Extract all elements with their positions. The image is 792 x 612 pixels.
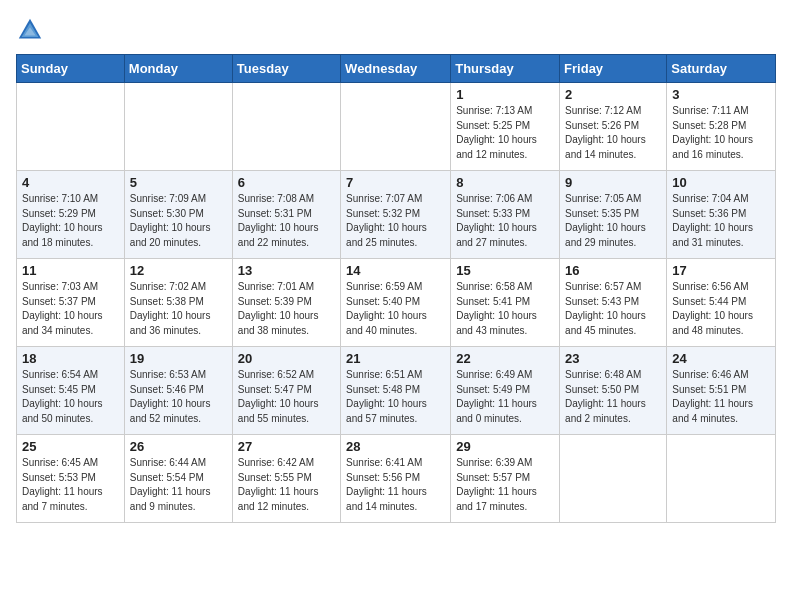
day-number: 21 — [346, 351, 445, 366]
week-row-1: 4Sunrise: 7:10 AM Sunset: 5:29 PM Daylig… — [17, 171, 776, 259]
day-info: Sunrise: 6:42 AM Sunset: 5:55 PM Dayligh… — [238, 456, 335, 514]
day-info: Sunrise: 6:52 AM Sunset: 5:47 PM Dayligh… — [238, 368, 335, 426]
day-cell — [124, 83, 232, 171]
day-info: Sunrise: 7:13 AM Sunset: 5:25 PM Dayligh… — [456, 104, 554, 162]
day-info: Sunrise: 6:48 AM Sunset: 5:50 PM Dayligh… — [565, 368, 661, 426]
day-info: Sunrise: 6:59 AM Sunset: 5:40 PM Dayligh… — [346, 280, 445, 338]
day-cell: 15Sunrise: 6:58 AM Sunset: 5:41 PM Dayli… — [451, 259, 560, 347]
day-number: 26 — [130, 439, 227, 454]
day-number: 16 — [565, 263, 661, 278]
day-info: Sunrise: 7:09 AM Sunset: 5:30 PM Dayligh… — [130, 192, 227, 250]
day-number: 29 — [456, 439, 554, 454]
day-cell: 20Sunrise: 6:52 AM Sunset: 5:47 PM Dayli… — [232, 347, 340, 435]
week-row-2: 11Sunrise: 7:03 AM Sunset: 5:37 PM Dayli… — [17, 259, 776, 347]
day-number: 28 — [346, 439, 445, 454]
day-cell: 26Sunrise: 6:44 AM Sunset: 5:54 PM Dayli… — [124, 435, 232, 523]
header-row: SundayMondayTuesdayWednesdayThursdayFrid… — [17, 55, 776, 83]
day-info: Sunrise: 7:11 AM Sunset: 5:28 PM Dayligh… — [672, 104, 770, 162]
day-cell — [667, 435, 776, 523]
day-number: 23 — [565, 351, 661, 366]
day-info: Sunrise: 6:57 AM Sunset: 5:43 PM Dayligh… — [565, 280, 661, 338]
day-info: Sunrise: 7:02 AM Sunset: 5:38 PM Dayligh… — [130, 280, 227, 338]
calendar-header: SundayMondayTuesdayWednesdayThursdayFrid… — [17, 55, 776, 83]
header-day-thursday: Thursday — [451, 55, 560, 83]
day-number: 9 — [565, 175, 661, 190]
day-number: 7 — [346, 175, 445, 190]
day-info: Sunrise: 6:49 AM Sunset: 5:49 PM Dayligh… — [456, 368, 554, 426]
day-cell: 13Sunrise: 7:01 AM Sunset: 5:39 PM Dayli… — [232, 259, 340, 347]
day-number: 3 — [672, 87, 770, 102]
day-cell: 11Sunrise: 7:03 AM Sunset: 5:37 PM Dayli… — [17, 259, 125, 347]
day-cell: 5Sunrise: 7:09 AM Sunset: 5:30 PM Daylig… — [124, 171, 232, 259]
day-cell — [560, 435, 667, 523]
day-cell: 1Sunrise: 7:13 AM Sunset: 5:25 PM Daylig… — [451, 83, 560, 171]
day-info: Sunrise: 7:05 AM Sunset: 5:35 PM Dayligh… — [565, 192, 661, 250]
day-number: 24 — [672, 351, 770, 366]
calendar-body: 1Sunrise: 7:13 AM Sunset: 5:25 PM Daylig… — [17, 83, 776, 523]
header-day-saturday: Saturday — [667, 55, 776, 83]
day-info: Sunrise: 7:01 AM Sunset: 5:39 PM Dayligh… — [238, 280, 335, 338]
day-info: Sunrise: 7:07 AM Sunset: 5:32 PM Dayligh… — [346, 192, 445, 250]
day-cell: 21Sunrise: 6:51 AM Sunset: 5:48 PM Dayli… — [341, 347, 451, 435]
day-cell: 14Sunrise: 6:59 AM Sunset: 5:40 PM Dayli… — [341, 259, 451, 347]
header — [16, 16, 776, 44]
header-day-sunday: Sunday — [17, 55, 125, 83]
day-number: 17 — [672, 263, 770, 278]
header-day-wednesday: Wednesday — [341, 55, 451, 83]
day-cell: 23Sunrise: 6:48 AM Sunset: 5:50 PM Dayli… — [560, 347, 667, 435]
day-info: Sunrise: 6:41 AM Sunset: 5:56 PM Dayligh… — [346, 456, 445, 514]
day-cell: 7Sunrise: 7:07 AM Sunset: 5:32 PM Daylig… — [341, 171, 451, 259]
day-info: Sunrise: 7:04 AM Sunset: 5:36 PM Dayligh… — [672, 192, 770, 250]
day-cell — [17, 83, 125, 171]
day-info: Sunrise: 6:44 AM Sunset: 5:54 PM Dayligh… — [130, 456, 227, 514]
day-info: Sunrise: 6:54 AM Sunset: 5:45 PM Dayligh… — [22, 368, 119, 426]
header-day-tuesday: Tuesday — [232, 55, 340, 83]
day-number: 20 — [238, 351, 335, 366]
day-number: 15 — [456, 263, 554, 278]
day-number: 2 — [565, 87, 661, 102]
day-cell: 12Sunrise: 7:02 AM Sunset: 5:38 PM Dayli… — [124, 259, 232, 347]
day-number: 5 — [130, 175, 227, 190]
day-cell — [232, 83, 340, 171]
day-cell — [341, 83, 451, 171]
day-info: Sunrise: 7:12 AM Sunset: 5:26 PM Dayligh… — [565, 104, 661, 162]
day-cell: 22Sunrise: 6:49 AM Sunset: 5:49 PM Dayli… — [451, 347, 560, 435]
day-number: 14 — [346, 263, 445, 278]
day-cell: 9Sunrise: 7:05 AM Sunset: 5:35 PM Daylig… — [560, 171, 667, 259]
day-info: Sunrise: 6:58 AM Sunset: 5:41 PM Dayligh… — [456, 280, 554, 338]
day-info: Sunrise: 7:10 AM Sunset: 5:29 PM Dayligh… — [22, 192, 119, 250]
day-number: 22 — [456, 351, 554, 366]
day-number: 8 — [456, 175, 554, 190]
day-cell: 8Sunrise: 7:06 AM Sunset: 5:33 PM Daylig… — [451, 171, 560, 259]
week-row-0: 1Sunrise: 7:13 AM Sunset: 5:25 PM Daylig… — [17, 83, 776, 171]
day-cell: 10Sunrise: 7:04 AM Sunset: 5:36 PM Dayli… — [667, 171, 776, 259]
header-day-monday: Monday — [124, 55, 232, 83]
week-row-3: 18Sunrise: 6:54 AM Sunset: 5:45 PM Dayli… — [17, 347, 776, 435]
day-info: Sunrise: 6:53 AM Sunset: 5:46 PM Dayligh… — [130, 368, 227, 426]
day-number: 1 — [456, 87, 554, 102]
day-number: 10 — [672, 175, 770, 190]
day-info: Sunrise: 6:51 AM Sunset: 5:48 PM Dayligh… — [346, 368, 445, 426]
day-number: 25 — [22, 439, 119, 454]
day-cell: 16Sunrise: 6:57 AM Sunset: 5:43 PM Dayli… — [560, 259, 667, 347]
day-number: 6 — [238, 175, 335, 190]
logo-icon — [16, 16, 44, 44]
day-cell: 18Sunrise: 6:54 AM Sunset: 5:45 PM Dayli… — [17, 347, 125, 435]
day-cell: 4Sunrise: 7:10 AM Sunset: 5:29 PM Daylig… — [17, 171, 125, 259]
day-number: 27 — [238, 439, 335, 454]
day-info: Sunrise: 6:39 AM Sunset: 5:57 PM Dayligh… — [456, 456, 554, 514]
day-number: 19 — [130, 351, 227, 366]
day-info: Sunrise: 6:45 AM Sunset: 5:53 PM Dayligh… — [22, 456, 119, 514]
day-cell: 19Sunrise: 6:53 AM Sunset: 5:46 PM Dayli… — [124, 347, 232, 435]
day-number: 12 — [130, 263, 227, 278]
logo — [16, 16, 48, 44]
day-cell: 28Sunrise: 6:41 AM Sunset: 5:56 PM Dayli… — [341, 435, 451, 523]
day-cell: 24Sunrise: 6:46 AM Sunset: 5:51 PM Dayli… — [667, 347, 776, 435]
day-number: 18 — [22, 351, 119, 366]
calendar: SundayMondayTuesdayWednesdayThursdayFrid… — [16, 54, 776, 523]
day-cell: 6Sunrise: 7:08 AM Sunset: 5:31 PM Daylig… — [232, 171, 340, 259]
day-info: Sunrise: 7:08 AM Sunset: 5:31 PM Dayligh… — [238, 192, 335, 250]
header-day-friday: Friday — [560, 55, 667, 83]
day-number: 4 — [22, 175, 119, 190]
day-cell: 3Sunrise: 7:11 AM Sunset: 5:28 PM Daylig… — [667, 83, 776, 171]
